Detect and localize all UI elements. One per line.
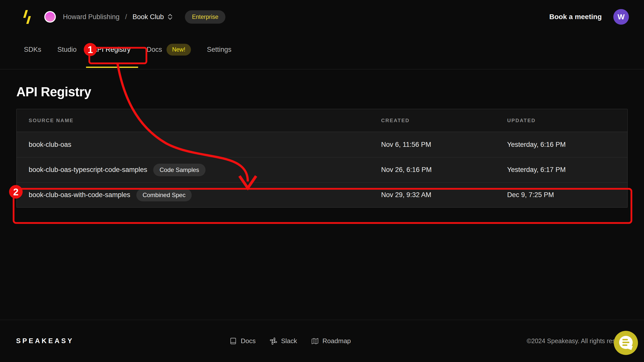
table-header-row: SOURCE NAME CREATED UPDATED xyxy=(17,109,627,132)
footer-link-docs[interactable]: Docs xyxy=(229,337,256,345)
speakeasy-wordmark: SPEAKEASY xyxy=(16,320,74,362)
breadcrumb-workspace: Book Club xyxy=(133,13,164,21)
updated-value: Yesterday, 6:16 PM xyxy=(507,141,627,149)
workspace-selector[interactable]: Book Club xyxy=(133,13,173,21)
source-name: book-club-oas-typescript-code-samples xyxy=(29,166,147,174)
slack-icon xyxy=(270,337,277,345)
workspace-avatar[interactable] xyxy=(44,11,56,23)
source-name: book-club-oas xyxy=(29,141,71,149)
speakeasy-logo-icon[interactable] xyxy=(23,10,32,24)
top-bar: Howard Publishing / Book Club Enterprise… xyxy=(0,0,644,30)
page-title: API Registry xyxy=(16,84,644,99)
tag-badge: Combined Spec xyxy=(136,189,192,201)
updated-value: Yesterday, 6:17 PM xyxy=(507,166,627,174)
table-row-with-code-samples[interactable]: book-club-oas-with-code-samples Combined… xyxy=(17,182,627,207)
new-badge: New! xyxy=(167,44,191,56)
created-value: Nov 29, 9:32 AM xyxy=(381,191,507,199)
tab-api-registry[interactable]: API Registry xyxy=(93,30,131,69)
sources-table: SOURCE NAME CREATED UPDATED book-club-oa… xyxy=(16,109,628,208)
main-nav-tabs: SDKs Studio API Registry Docs New! Setti… xyxy=(0,30,644,69)
tab-sdks[interactable]: SDKs xyxy=(24,30,41,69)
map-icon xyxy=(311,337,319,345)
tab-settings[interactable]: Settings xyxy=(207,30,232,69)
column-updated: UPDATED xyxy=(507,118,627,123)
book-icon xyxy=(229,337,237,345)
breadcrumb-separator: / xyxy=(125,13,127,21)
speech-bubble-icon xyxy=(619,336,633,349)
created-value: Nov 26, 6:16 PM xyxy=(381,166,507,174)
footer-link-roadmap[interactable]: Roadmap xyxy=(311,337,351,345)
chevron-up-down-icon xyxy=(167,13,173,20)
plan-badge: Enterprise xyxy=(185,10,225,24)
updated-value: Dec 9, 7:25 PM xyxy=(507,191,627,199)
footer-link-slack[interactable]: Slack xyxy=(270,337,297,345)
breadcrumb-org: Howard Publishing xyxy=(63,13,119,21)
created-value: Nov 6, 11:56 PM xyxy=(381,141,507,149)
tab-studio[interactable]: Studio xyxy=(57,30,77,69)
table-row-book-club-oas[interactable]: book-club-oas Nov 6, 11:56 PM Yesterday,… xyxy=(17,132,627,157)
footer: SPEAKEASY Docs Sl xyxy=(0,320,644,362)
column-source-name: SOURCE NAME xyxy=(29,118,381,123)
tag-badge: Code Samples xyxy=(153,164,205,176)
chat-launcher-button[interactable] xyxy=(614,331,638,355)
column-created: CREATED xyxy=(381,118,507,123)
user-avatar[interactable]: W xyxy=(613,9,629,25)
source-name: book-club-oas-with-code-samples xyxy=(29,191,130,199)
user-initial: W xyxy=(618,13,625,21)
book-a-meeting-button[interactable]: Book a meeting xyxy=(549,13,602,21)
table-row-typescript-code-samples[interactable]: book-club-oas-typescript-code-samples Co… xyxy=(17,157,627,182)
tab-docs[interactable]: Docs New! xyxy=(147,30,191,69)
